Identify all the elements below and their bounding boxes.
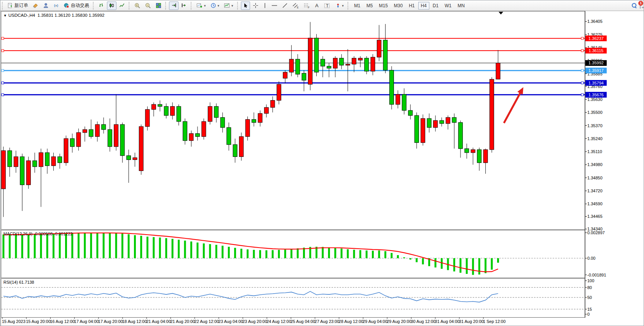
candle[interactable] [396,94,400,104]
candle[interactable] [2,151,6,189]
candle[interactable] [264,107,268,113]
candle[interactable] [346,64,350,66]
candle[interactable] [158,104,162,106]
candle[interactable] [214,106,218,117]
candle[interactable] [340,58,344,65]
candle[interactable] [77,133,81,147]
candle[interactable] [421,118,425,142]
signal-button[interactable] [51,2,61,10]
line-anchor-handle[interactable] [581,82,583,84]
candle[interactable] [145,109,150,126]
timeframe-h4[interactable]: H4 [418,2,429,10]
toolbar-grip[interactable] [237,2,239,10]
candle[interactable] [402,94,406,110]
candle[interactable] [258,113,262,123]
candle[interactable] [227,128,231,145]
candle[interactable] [89,129,93,136]
templates-button[interactable]: ▾ [222,2,235,10]
line-anchor-handle[interactable] [581,37,583,40]
line-anchor-handle[interactable] [2,94,4,96]
toolbar-grip[interactable] [165,2,167,10]
candle[interactable] [133,158,137,160]
arrows-button[interactable]: ▾ [333,2,346,10]
candle[interactable] [58,157,62,163]
chart-canvas[interactable]: 1.364051.362751.361451.360151.358851.357… [0,11,644,326]
candle[interactable] [365,58,369,71]
candle[interactable] [70,139,74,147]
candle[interactable] [327,66,331,68]
candle[interactable] [120,125,124,156]
zoom-in-button[interactable] [132,2,142,10]
candle[interactable] [245,120,250,137]
indicators-button[interactable]: ▾ [194,2,208,10]
candle[interactable] [33,161,37,167]
chat-button[interactable]: 1 [640,3,641,8]
fibonacci-button[interactable]: F [301,2,312,10]
candle[interactable] [51,157,56,166]
text-button[interactable]: A [312,2,321,10]
candle[interactable] [45,153,49,166]
toolbar-grip[interactable] [2,2,4,10]
candle[interactable] [26,161,30,185]
search-icon[interactable] [632,3,637,8]
line-anchor-handle[interactable] [581,94,583,96]
timeframe-m1[interactable]: M1 [351,2,363,10]
line-anchor-handle[interactable] [2,50,4,52]
chart-shift-button[interactable] [179,2,189,10]
candle[interactable] [271,101,275,107]
periods-button[interactable]: ▾ [209,2,222,10]
timeframe-m15[interactable]: M15 [376,2,390,10]
candle[interactable] [440,120,444,123]
candle[interactable] [8,151,12,167]
toolbar-grip[interactable] [191,2,193,10]
toolbar-grip[interactable] [348,2,349,10]
candle[interactable] [14,157,18,166]
candle[interactable] [465,149,469,153]
cursor-button[interactable] [241,2,250,10]
line-anchor-handle[interactable] [2,82,4,84]
candle[interactable] [171,106,175,115]
candle[interactable] [496,63,500,79]
candle[interactable] [358,58,362,60]
tile-windows-button[interactable] [154,2,163,10]
candle[interactable] [164,106,168,115]
auto-scroll-button[interactable] [169,2,179,10]
timeframe-h1[interactable]: H1 [406,2,417,10]
horizontal-line-button[interactable] [269,2,279,10]
candle[interactable] [458,123,462,149]
candle[interactable] [490,79,494,150]
candle[interactable] [114,125,118,147]
candle[interactable] [64,139,68,163]
symbol-dropdown-icon[interactable]: ▼ [3,14,7,18]
candle[interactable] [377,40,381,57]
candle[interactable] [220,117,225,127]
candle[interactable] [427,118,431,128]
candle[interactable] [233,145,237,157]
text-label-button[interactable]: T [322,2,332,10]
candle[interactable] [314,38,319,72]
candle[interactable] [183,121,187,141]
candle[interactable] [195,134,199,137]
candle[interactable] [352,58,356,64]
candle[interactable] [102,125,106,129]
line-chart-button[interactable] [117,2,127,10]
candle[interactable] [95,125,99,137]
candle[interactable] [408,110,413,115]
candle[interactable] [371,57,375,71]
candle[interactable] [483,150,488,163]
candle[interactable] [151,104,156,109]
candle[interactable] [20,157,24,185]
candle[interactable] [471,150,475,153]
timeframe-mn[interactable]: MN [455,2,467,10]
candle[interactable] [446,117,450,123]
candle[interactable] [239,137,244,157]
line-anchor-handle[interactable] [581,50,583,52]
toolbar-grip[interactable] [129,2,131,10]
trendline-button[interactable] [280,2,290,10]
zoom-out-button[interactable] [143,2,153,10]
candle[interactable] [39,153,43,167]
candle[interactable] [252,120,256,123]
line-anchor-handle[interactable] [2,37,4,40]
line-anchor-handle[interactable] [2,69,4,72]
vertical-line-button[interactable] [261,2,269,10]
